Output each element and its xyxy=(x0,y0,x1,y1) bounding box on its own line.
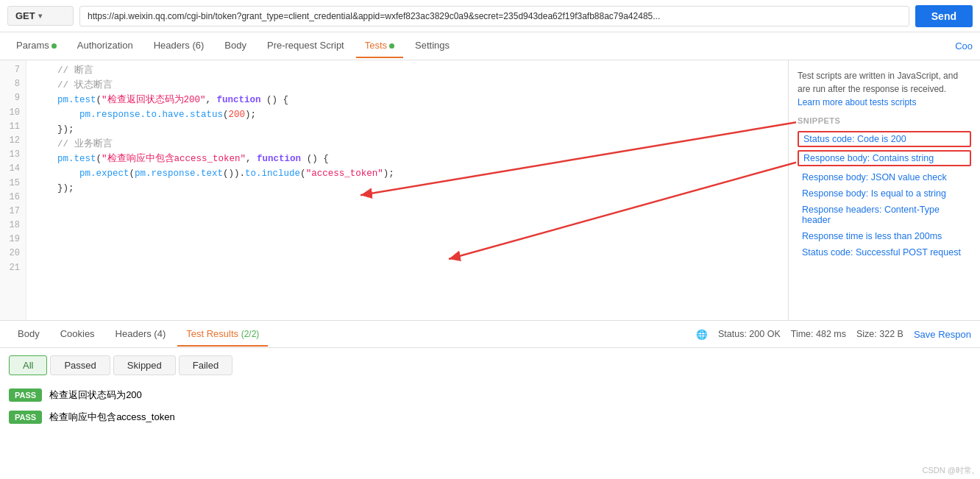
snippet-responsetime[interactable]: Response time is less than 200ms xyxy=(798,228,971,244)
time-text: Time: 482 ms xyxy=(791,329,846,339)
code-editor[interactable]: 7 8 9 10 11 12 13 14 15 16 17 18 19 20 2… xyxy=(0,60,789,320)
tests-dot xyxy=(389,43,394,49)
snippet-bodyjson[interactable]: Response body: JSON value check xyxy=(798,169,971,185)
snippet-bodyequal[interactable]: Response body: Is equal to a string xyxy=(798,185,971,202)
code-content[interactable]: // 断言 // 状态断言 pm.test("检查返回状态码为200", fun… xyxy=(26,60,788,320)
send-button[interactable]: Send xyxy=(915,5,973,27)
bottom-tab-testresults[interactable]: Test Results (2/2) xyxy=(177,322,268,347)
tab-tests[interactable]: Tests xyxy=(356,34,403,58)
tab-prerequest[interactable]: Pre-request Script xyxy=(258,34,353,58)
code-line-13: pm.test("检查返回状态码为200", function () { xyxy=(35,93,779,107)
snippets-panel: Test scripts are written in JavaScript, … xyxy=(789,60,980,320)
filter-failed[interactable]: Failed xyxy=(179,355,232,375)
save-response-button[interactable]: Save Respon xyxy=(914,329,971,340)
filter-skipped[interactable]: Skipped xyxy=(113,355,176,375)
globe-icon: 🌐 xyxy=(696,329,708,340)
code-line-15: }); xyxy=(35,122,779,137)
method-select[interactable]: GET ▾ xyxy=(7,6,74,26)
learn-more-link[interactable]: Learn more about tests scripts xyxy=(798,97,916,107)
tab-settings[interactable]: Settings xyxy=(406,34,458,58)
test-item-1: PASS 检查响应中包含access_token xyxy=(9,406,971,428)
tab-headers[interactable]: Headers (6) xyxy=(145,34,213,58)
snippets-label: SNIPPETS xyxy=(798,116,971,125)
code-line-19: }); xyxy=(35,181,779,196)
code-line-11: // 断言 xyxy=(35,63,779,78)
bottom-tab-body[interactable]: Body xyxy=(9,322,49,347)
test-label-0: 检查返回状态码为200 xyxy=(49,388,142,402)
main-content: 7 8 9 10 11 12 13 14 15 16 17 18 19 20 2… xyxy=(0,60,980,320)
bottom-tab-bar: Body Cookies Headers (4) Test Results (2… xyxy=(0,320,980,348)
params-dot xyxy=(52,43,57,49)
tab-body[interactable]: Body xyxy=(216,34,255,58)
snippet-status200[interactable]: Status code: Code is 200 xyxy=(798,131,971,147)
code-line-14: pm.response.to.have.status(200); xyxy=(35,107,779,122)
tab-authorization[interactable]: Authorization xyxy=(68,34,142,58)
filter-tabs: All Passed Skipped Failed xyxy=(9,355,971,375)
chevron-down-icon: ▾ xyxy=(38,12,42,20)
code-line-12: // 状态断言 xyxy=(35,78,779,93)
code-line-16: // 业务断言 xyxy=(35,137,779,152)
size-text: Size: 322 B xyxy=(856,329,903,339)
top-bar: GET ▾ https://api.weixin.qq.com/cgi-bin/… xyxy=(0,0,980,32)
tab-params[interactable]: Params xyxy=(7,34,65,58)
test-label-1: 检查响应中包含access_token xyxy=(49,411,175,424)
tab-bar-right[interactable]: Coo xyxy=(955,40,973,52)
snippet-headers[interactable]: Response headers: Content-Type header xyxy=(798,202,971,228)
filter-passed[interactable]: Passed xyxy=(50,355,110,375)
url-input[interactable]: https://api.weixin.qq.com/cgi-bin/token?… xyxy=(79,6,909,26)
bottom-tab-headers[interactable]: Headers (4) xyxy=(107,322,175,347)
method-label: GET xyxy=(15,10,35,21)
line-numbers: 7 8 9 10 11 12 13 14 15 16 17 18 19 20 2… xyxy=(0,60,26,320)
pass-badge-0: PASS xyxy=(9,388,42,402)
filter-all[interactable]: All xyxy=(9,355,47,375)
bottom-right-info: 🌐 Status: 200 OK Time: 482 ms Size: 322 … xyxy=(696,329,971,340)
test-item-0: PASS 检查返回状态码为200 xyxy=(9,384,971,406)
test-results-area: All Passed Skipped Failed PASS 检查返回状态码为2… xyxy=(0,348,980,436)
status-text: Status: 200 OK xyxy=(718,329,781,339)
pass-badge-1: PASS xyxy=(9,411,42,424)
snippet-successpost[interactable]: Status code: Successful POST request xyxy=(798,244,971,260)
code-line-18: pm.expect(pm.response.text()).to.include… xyxy=(35,166,779,181)
snippets-info: Test scripts are written in JavaScript, … xyxy=(798,69,971,109)
code-line-17: pm.test("检查响应中包含access_token", function … xyxy=(35,152,779,166)
request-tab-bar: Params Authorization Headers (6) Body Pr… xyxy=(0,32,980,60)
bottom-tab-cookies[interactable]: Cookies xyxy=(52,322,104,347)
snippet-bodystring[interactable]: Response body: Contains string xyxy=(798,150,971,166)
